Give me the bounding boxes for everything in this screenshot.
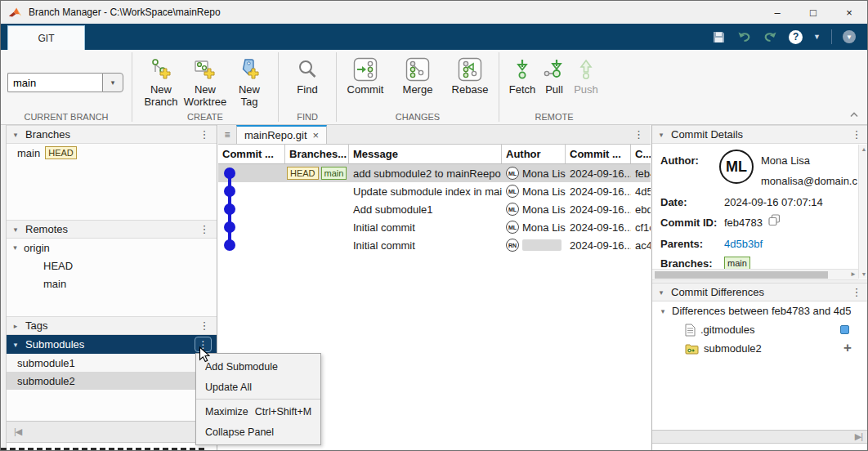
copy-icon[interactable] xyxy=(768,214,781,229)
commit-graph-node[interactable] xyxy=(224,185,235,197)
save-icon[interactable] xyxy=(712,30,726,44)
help-icon[interactable]: ? xyxy=(789,30,803,44)
author-avatar: ML xyxy=(506,167,519,180)
submodule-item-1[interactable]: submodule1 xyxy=(7,354,217,372)
remote-branch-head[interactable]: HEAD xyxy=(7,257,217,275)
tags-menu-icon[interactable]: ⋮ xyxy=(197,319,212,332)
scroll-down-icon[interactable]: ▼ xyxy=(859,271,868,277)
collapse-triangle-icon[interactable]: ▾ xyxy=(657,131,665,139)
commit-graph-node[interactable] xyxy=(224,239,235,251)
redo-icon[interactable] xyxy=(763,30,778,43)
collapse-right-icon[interactable]: ▶| xyxy=(855,431,862,442)
collapse-ribbon-icon[interactable] xyxy=(849,108,859,120)
remote-item-origin[interactable]: ▾ origin xyxy=(7,239,217,257)
section-header-submodules[interactable]: ▾ Submodules ⋮ xyxy=(7,335,217,354)
collapse-triangle-icon[interactable]: ▾ xyxy=(11,341,20,349)
fetch-label: Fetch xyxy=(509,83,536,96)
collapse-right-panel-bar[interactable]: ▶| xyxy=(652,430,868,444)
fetch-button[interactable]: Fetch xyxy=(506,53,539,96)
expand-triangle-icon[interactable]: ▾ xyxy=(659,307,667,315)
column-header-branches[interactable]: Branches... xyxy=(285,145,349,163)
new-worktree-button[interactable]: New Worktree xyxy=(183,53,227,108)
commit-id-cell: ac4 xyxy=(631,236,651,254)
menu-item-label: Maximize xyxy=(205,406,248,418)
pull-button[interactable]: Pull xyxy=(539,53,570,96)
author-avatar: ML xyxy=(506,185,519,198)
rebase-button[interactable]: Rebase xyxy=(448,53,492,96)
group-label-find: FIND xyxy=(279,112,336,122)
commit-graph-node[interactable] xyxy=(224,167,235,179)
column-header-message[interactable]: Message xyxy=(349,145,502,163)
collapse-triangle-icon[interactable]: ▾ xyxy=(11,226,20,234)
column-header-graph[interactable]: Commit ... xyxy=(218,145,285,163)
commit-id-cell: feb4 xyxy=(631,164,651,182)
remote-branch-main[interactable]: main xyxy=(7,275,217,292)
new-branch-button[interactable]: New Branch xyxy=(139,53,183,108)
section-header-branches[interactable]: ▾ Branches ⋮ xyxy=(7,125,217,144)
toolbar-divider xyxy=(831,29,832,44)
tab-close-icon[interactable]: × xyxy=(313,129,320,141)
current-branch-combo: ▾ xyxy=(7,73,123,92)
collapse-left-panel-bar[interactable]: |◀ xyxy=(7,421,217,443)
section-header-commit-differences[interactable]: ▾ Commit Differences ⋮ xyxy=(652,283,868,301)
menu-item-update-all[interactable]: Update All xyxy=(196,377,320,397)
undo-icon[interactable] xyxy=(736,30,752,43)
column-header-date[interactable]: Commit ... xyxy=(566,145,631,163)
remotes-menu-icon[interactable]: ⋮ xyxy=(197,223,212,235)
collapse-left-icon[interactable]: |◀ xyxy=(14,426,21,437)
section-header-tags[interactable]: ▸ Tags ⋮ xyxy=(7,316,217,335)
menu-item-maximize[interactable]: Maximize Ctrl+Shift+M xyxy=(196,401,320,422)
diff-file-gitmodules[interactable]: .gitmodules xyxy=(652,320,868,339)
commit-button[interactable]: Commit xyxy=(343,53,387,96)
collapse-triangle-icon[interactable]: ▸ xyxy=(11,322,20,330)
column-header-id[interactable]: C... xyxy=(631,145,651,163)
section-header-commit-details[interactable]: ▾ Commit Details ⋮ xyxy=(652,125,868,144)
table-row[interactable]: HEAD main add submodule2 to mainReepo ML… xyxy=(218,164,651,182)
help-dropdown-icon[interactable]: ▼ xyxy=(813,33,821,41)
table-row[interactable]: Initial commit ML Mona Lis 2024-09-16...… xyxy=(218,218,651,236)
diff-file-submodule2[interactable]: submodule2 + xyxy=(652,339,868,358)
submodule-item-2[interactable]: submodule2 xyxy=(7,372,217,390)
table-row[interactable]: Update submodule index in mai... ML Mona… xyxy=(218,182,651,200)
differences-group-row[interactable]: ▾ Differences between feb4783 and 4d5 xyxy=(652,301,868,320)
section-header-remotes[interactable]: ▾ Remotes ⋮ xyxy=(7,220,217,239)
branches-menu-icon[interactable]: ⋮ xyxy=(197,128,212,141)
branch-item-main[interactable]: main HEAD xyxy=(7,144,217,162)
expand-triangle-icon[interactable]: ▾ xyxy=(11,243,19,252)
tab-mainrepo[interactable]: mainRepo.git × xyxy=(236,125,327,144)
commit-graph-node[interactable] xyxy=(224,203,235,215)
panel-menu-icon[interactable]: ⋮ xyxy=(633,125,644,144)
commit-differences-menu-icon[interactable]: ⋮ xyxy=(849,286,864,298)
menu-item-collapse-panel[interactable]: Collapse Panel xyxy=(196,422,320,442)
commit-details-menu-icon[interactable]: ⋮ xyxy=(849,128,864,141)
horizontal-scrollbar[interactable]: ► xyxy=(652,269,858,279)
collapse-triangle-icon[interactable]: ▾ xyxy=(657,288,665,297)
column-header-author[interactable]: Author xyxy=(502,145,566,163)
maximize-button[interactable]: □ xyxy=(795,1,831,24)
vertical-scrollbar[interactable]: ▲ ▼ xyxy=(858,145,868,279)
merge-button[interactable]: Merge xyxy=(396,53,440,96)
parent-commit-link[interactable]: 4d5b3bf xyxy=(724,238,763,250)
minimize-button[interactable]: – xyxy=(759,1,795,24)
table-row[interactable]: Add submodule1 ML Mona Lis 2024-09-16...… xyxy=(218,200,651,218)
table-row[interactable]: Initial commit RN 2024-09-16... ac4 xyxy=(218,236,651,254)
scrollbar-thumb[interactable] xyxy=(655,271,828,279)
scroll-right-icon[interactable]: ► xyxy=(850,270,857,278)
current-branch-dropdown-icon[interactable]: ▾ xyxy=(102,73,123,92)
toolstrip-options-icon[interactable]: ▼ xyxy=(843,30,856,43)
scroll-up-icon[interactable]: ▲ xyxy=(859,146,868,152)
menu-item-add-submodule[interactable]: Add Submodule xyxy=(196,356,320,377)
current-branch-input[interactable] xyxy=(7,73,102,92)
commit-graph-node[interactable] xyxy=(224,221,235,233)
remote-branch-name: main xyxy=(43,278,66,290)
parents-label: Parents: xyxy=(660,238,703,250)
submodules-context-menu: Add Submodule Update All Maximize Ctrl+S… xyxy=(195,353,321,445)
tab-git[interactable]: GIT xyxy=(7,25,85,50)
new-tag-button[interactable]: New Tag xyxy=(227,53,271,108)
collapse-triangle-icon[interactable]: ▾ xyxy=(11,131,20,139)
tab-list-icon[interactable]: ≡ xyxy=(218,125,236,144)
find-button[interactable]: Find xyxy=(285,53,329,96)
head-badge: HEAD xyxy=(45,146,77,159)
close-button[interactable]: × xyxy=(831,1,867,24)
commit-date-cell: 2024-09-16... xyxy=(566,200,631,218)
